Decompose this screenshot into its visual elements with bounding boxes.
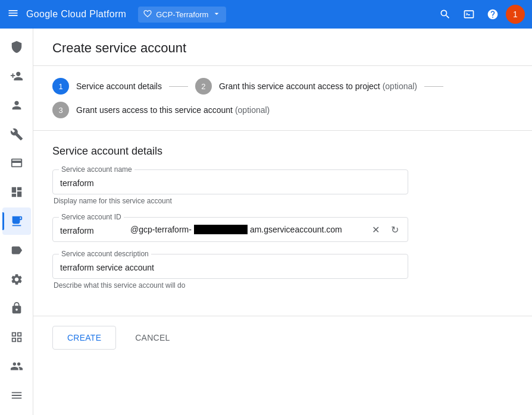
description-field-label: Service account description — [59, 250, 151, 258]
sidebar-item-person-add[interactable] — [2, 62, 31, 90]
sidebar-item-api[interactable] — [2, 208, 31, 235]
description-field-container: Service account description — [52, 254, 408, 279]
step-1-circle: 1 — [52, 78, 69, 95]
step-3-label: Grant users access to this service accou… — [76, 105, 270, 115]
service-account-description-input[interactable] — [53, 254, 408, 278]
top-nav: Google Cloud Platform GCP-Terraform 1 — [0, 0, 532, 29]
sidebar-item-person[interactable] — [2, 92, 31, 120]
step-divider-1 — [169, 86, 188, 87]
terminal-icon[interactable] — [458, 4, 480, 25]
stepper-row-2: 3 Grant users access to this service acc… — [52, 102, 513, 118]
service-account-name-input[interactable] — [53, 170, 408, 194]
search-icon[interactable] — [434, 4, 456, 25]
button-row: CREATE CANCEL — [33, 316, 532, 361]
id-field-container: Service account ID @gcp-terraform-am.gse… — [52, 217, 408, 242]
id-suffix-text: @gcp-terraform-am.gserviceaccount.com — [130, 225, 342, 234]
refresh-id-icon[interactable]: ↻ — [386, 221, 403, 238]
brand-name: Google Cloud Platform — [26, 9, 126, 20]
step-3-circle: 3 — [52, 102, 69, 118]
id-field-group: Service account ID @gcp-terraform-am.gse… — [52, 217, 513, 242]
page-header: Create service account — [33, 29, 532, 66]
sidebar-item-billing[interactable] — [2, 149, 31, 177]
description-field-group: Service account description Describe wha… — [52, 254, 513, 290]
sidebar-item-label[interactable] — [2, 236, 31, 264]
sidebar-item-security[interactable] — [2, 294, 31, 322]
sidebar-item-people[interactable] — [2, 352, 31, 380]
step-divider-2 — [424, 86, 443, 87]
redacted-domain-part — [194, 225, 248, 234]
create-button[interactable]: CREATE — [52, 326, 116, 350]
hamburger-menu-icon[interactable] — [7, 7, 19, 22]
sidebar-item-wrench[interactable] — [2, 120, 31, 148]
form-area: Service account details Service account … — [33, 131, 532, 311]
project-icon — [143, 9, 152, 20]
clear-id-icon[interactable]: ✕ — [367, 221, 384, 238]
description-field-hint: Describe what this service account will … — [52, 281, 513, 290]
stepper: 1 Service account details 2 Grant this s… — [33, 66, 532, 131]
service-account-id-input[interactable] — [53, 218, 130, 241]
form-section-title: Service account details — [52, 145, 513, 158]
step-1-label: Service account details — [76, 81, 162, 91]
help-icon[interactable] — [482, 4, 503, 25]
main-layout: Create service account 1 Service account… — [0, 29, 532, 415]
name-field-container: Service account name — [52, 169, 408, 194]
project-name: GCP-Terraform — [156, 10, 208, 19]
name-field-group: Service account name Display name for th… — [52, 169, 513, 205]
chevron-down-icon — [212, 9, 221, 20]
sidebar-item-grid[interactable] — [2, 323, 31, 351]
cancel-button[interactable]: CANCEL — [121, 326, 184, 350]
nav-icons: 1 — [434, 4, 525, 25]
user-avatar[interactable]: 1 — [506, 5, 525, 24]
sidebar-item-settings[interactable] — [2, 265, 31, 293]
step-2-label: Grant this service account access to pro… — [219, 81, 417, 91]
name-field-label: Service account name — [59, 165, 134, 174]
id-field-label: Service account ID — [59, 213, 124, 221]
name-field-hint: Display name for this service account — [52, 197, 513, 205]
sidebar-item-more[interactable] — [2, 381, 31, 409]
stepper-row-1: 1 Service account details 2 Grant this s… — [52, 78, 513, 95]
page-title: Create service account — [52, 40, 513, 56]
sidebar-item-calendar[interactable] — [2, 178, 31, 206]
project-selector[interactable]: GCP-Terraform — [138, 7, 226, 23]
sidebar — [0, 29, 33, 415]
content-area: Create service account 1 Service account… — [33, 29, 532, 415]
step-2-circle: 2 — [195, 78, 212, 95]
id-field-actions: ✕ ↻ — [367, 221, 408, 238]
sidebar-item-shield[interactable] — [2, 33, 31, 61]
